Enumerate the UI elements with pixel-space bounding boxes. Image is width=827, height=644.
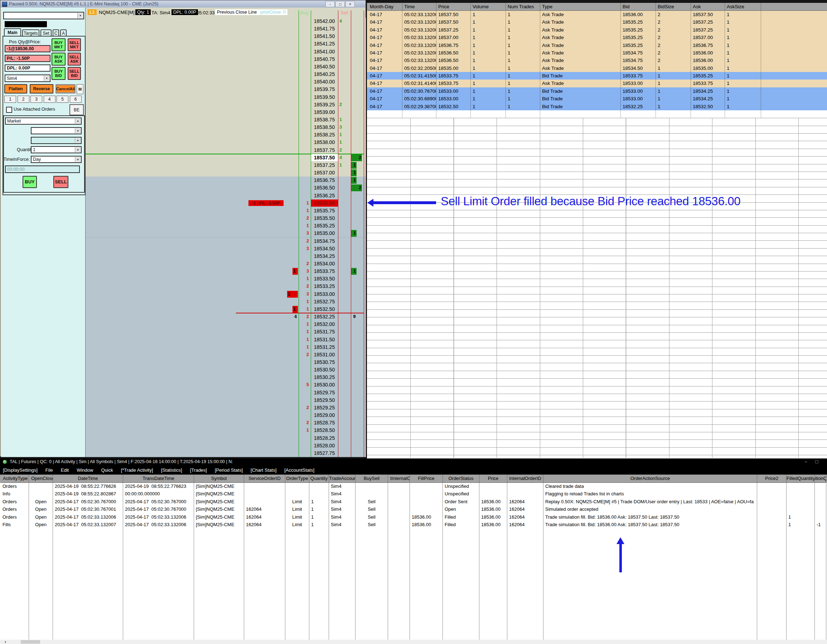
ladder-row[interactable]: 18530.50 [86, 366, 366, 374]
ts-row[interactable]: 04-1705:02:30.76700018533.0011Bid Trade1… [367, 88, 827, 95]
price-cell[interactable]: 18531.75 [311, 328, 338, 335]
flatten-button[interactable]: Flatten [4, 84, 27, 94]
tab-a[interactable]: A [60, 30, 67, 36]
be-button[interactable]: BE [69, 104, 84, 115]
price-cell[interactable]: 18533.50 [311, 275, 338, 282]
ts-row[interactable]: 04-1705:02:33.13200018536.5011Ask Trade1… [367, 56, 827, 64]
ladder-row[interactable]: 18530.25 [86, 374, 366, 381]
ts-row[interactable]: 04-1705:02:29.38700118532.5011Bid Trade1… [367, 103, 827, 111]
price-cell[interactable]: 18541.50 [311, 33, 338, 40]
maximize-icon[interactable]: ▢ [815, 459, 818, 464]
price-cell[interactable]: 18536.50 [311, 184, 338, 191]
ts-row[interactable]: 04-1705:02:31.41400018533.7511Ask Trade1… [367, 80, 827, 88]
price-cell[interactable]: 18528.75 [311, 419, 338, 426]
ladder-row[interactable]: 18540.50 [86, 63, 366, 71]
chevron-down-icon[interactable]: ▼ [75, 157, 81, 162]
tif-combo[interactable]: Day▼ [31, 156, 82, 163]
ladder-row[interactable]: 18527.75 [86, 450, 366, 457]
menu-item-trades[interactable]: [Trades] [190, 467, 207, 473]
maximize-icon[interactable]: ▢ [335, 1, 345, 7]
price-cell[interactable]: 18536.00 [311, 200, 338, 207]
price-cell[interactable]: 18529.50 [311, 397, 338, 404]
ladder-row[interactable]: 18538.251 [86, 131, 366, 139]
sell-mkt-button[interactable]: SELLMKT [68, 38, 81, 51]
price-cell[interactable]: 18538.75 [311, 116, 338, 123]
tal-row[interactable]: Orders2025-04-19 08:55:22.7766262025-04-… [0, 483, 827, 491]
ladder-row[interactable]: 18535.251 [86, 222, 366, 230]
price-cell[interactable]: 18538.50 [311, 123, 338, 131]
ladder-row[interactable]: 18539.50 [86, 94, 366, 102]
ladder-row[interactable]: 18536.502 [86, 184, 366, 192]
tal-row[interactable]: FillsOpen2025-04-17 05:02:33.1320072025-… [0, 521, 827, 529]
sell-ask-button[interactable]: SELLASK [68, 53, 81, 66]
ts-row[interactable]: 04-1705:02:33.13200418537.2511Ask Trade1… [367, 26, 827, 34]
buy-button[interactable]: BUY [23, 176, 37, 188]
ladder-row[interactable]: 18528.501 [86, 427, 366, 435]
ladder-row[interactable]: 18542.004 [86, 17, 366, 25]
buy-bid-button[interactable]: BUYBID [51, 67, 66, 80]
ts-row[interactable]: 04-1705:02:30.68900018533.0011Bid Trade1… [367, 95, 827, 103]
ladder-row[interactable]: 18538.001 [86, 139, 366, 147]
ladder-row[interactable]: 18531.501 [86, 336, 366, 344]
ladder-row[interactable]: 18539.252 [86, 101, 366, 109]
ladder-row[interactable]: 18533.252 [86, 283, 366, 291]
close-icon[interactable]: ✕ [345, 1, 355, 7]
price-cell[interactable]: 18540.50 [311, 63, 338, 70]
ladder-row[interactable]: 18532.751 [86, 298, 366, 306]
ladder-row[interactable]: 18538.751 [86, 116, 366, 124]
price-cell[interactable]: 18540.25 [311, 70, 338, 78]
ladder-row[interactable]: 18531.251 [86, 344, 366, 352]
account-combo[interactable]: Sim4▼ [5, 75, 50, 82]
ladder-row[interactable]: 18529.50 [86, 397, 366, 404]
chevron-down-icon[interactable]: ▼ [75, 119, 81, 123]
tab-c[interactable]: C [53, 30, 59, 36]
price-cell[interactable]: 18528.25 [311, 435, 338, 442]
ladder-row[interactable]: 18530.005 [86, 381, 366, 389]
price-cell[interactable]: 18530.75 [311, 358, 338, 366]
price-cell[interactable]: 18535.25 [311, 222, 338, 229]
price-cell[interactable]: 18539.25 [311, 101, 338, 108]
tal-row[interactable]: OrdersOpen2025-04-17 05:02:33.1320062025… [0, 514, 827, 522]
ladder-row[interactable]: 18539.00 [86, 108, 366, 116]
use-attached-checkbox[interactable] [6, 107, 12, 113]
price-cell[interactable]: 18536.75 [311, 177, 338, 184]
order-type-combo[interactable]: Market▼ [5, 117, 82, 125]
ladder-row[interactable]: 18528.25 [86, 435, 366, 442]
ts-row[interactable]: 04-1705:02:33.13200318537.0011Ask Trade1… [367, 34, 827, 42]
price-cell[interactable]: 18538.25 [311, 131, 338, 138]
price-cell[interactable]: 18533.25 [311, 283, 338, 290]
symbol-combo[interactable]: ▼ [3, 12, 84, 19]
ladder-row[interactable]: 18536.00-1 | P/L: -1.50P1 [86, 200, 366, 207]
price-cell[interactable]: 18536.25 [311, 192, 338, 199]
quantity-combo[interactable]: 1▼ [31, 146, 82, 153]
ladder-row[interactable]: 18534.503 [86, 245, 366, 253]
price-cell[interactable]: 18537.25 [311, 161, 338, 169]
ladder-row[interactable]: 18532.5011 [86, 306, 366, 313]
ladder-row[interactable]: 18538.503 [86, 123, 366, 131]
price-cell[interactable]: 18537.00 [311, 169, 338, 176]
chevron-down-icon[interactable]: ▼ [44, 75, 49, 81]
ladder-row[interactable]: 18532.001 [86, 320, 366, 328]
price-cell[interactable]: 18540.75 [311, 56, 338, 63]
price-cell[interactable]: 18530.25 [311, 374, 338, 381]
qty-preset-6[interactable]: 6 [70, 95, 82, 103]
price-cell[interactable]: 18539.00 [311, 108, 338, 116]
tab-targets[interactable]: Targets [22, 30, 39, 36]
ladder-row[interactable]: 18540.25 [86, 70, 366, 78]
ladder-row[interactable]: 18529.75 [86, 389, 366, 397]
time-input[interactable]: 00:00:00 [5, 166, 80, 173]
reverse-button[interactable]: Reverse [30, 84, 53, 94]
menu-item-statistics[interactable]: [Statistics] [161, 467, 182, 473]
price-cell[interactable]: 18541.25 [311, 40, 338, 47]
ts-row[interactable]: 04-1705:02:33.13200118536.5011Ask Trade1… [367, 49, 827, 57]
price-cell[interactable]: 18533.00 [311, 291, 338, 298]
price-cell[interactable]: 18532.50 [311, 306, 338, 313]
ladder-row[interactable]: 18533.501 [86, 275, 366, 283]
menu-item-chartstats[interactable]: [Chart Stats] [251, 467, 276, 473]
chevron-down-icon[interactable]: ▼ [75, 147, 81, 152]
order-param2-combo[interactable]: ▼ [31, 137, 82, 144]
ladder-row[interactable]: 18532.25249 [86, 313, 366, 321]
ladder-row[interactable]: 18537.001 [86, 169, 366, 177]
ts-row[interactable]: 04-1705:02:33.13200218536.7511Ask Trade1… [367, 42, 827, 49]
price-cell[interactable]: 18538.00 [311, 139, 338, 146]
